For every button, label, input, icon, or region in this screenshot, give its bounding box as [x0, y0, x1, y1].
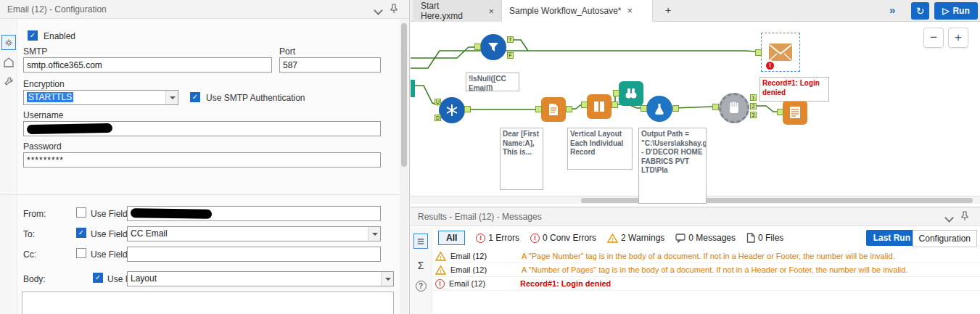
filter-annotation[interactable]: !IsNull([CC Email]) — [466, 73, 519, 91]
message-row[interactable]: ! Email (12) A "Page Number" tag is in t… — [432, 249, 980, 263]
warning-icon: ! — [435, 265, 446, 275]
block-until-done-tool[interactable] — [719, 93, 749, 123]
tab-sample-workflow[interactable]: Sample Workflow_Autosave* × — [502, 0, 653, 22]
filter-warnings[interactable]: ! 2 Warnings — [607, 233, 664, 243]
report-text-annotation[interactable]: Dear [First Name:A], This is... — [500, 128, 543, 190]
to-field-select[interactable]: CC Email — [127, 226, 381, 241]
sigma-icon[interactable]: Σ — [413, 258, 428, 273]
browse-input-anchor[interactable] — [613, 90, 619, 96]
body-field-select[interactable]: Layout — [127, 271, 394, 286]
messages-view-icon[interactable] — [413, 234, 428, 249]
chevron-down-icon[interactable] — [368, 227, 380, 241]
warning-icon: ! — [435, 252, 446, 261]
enabled-checkbox[interactable]: ✓ — [28, 30, 38, 41]
message-tool-name: Email (12) — [450, 252, 517, 260]
config-scrollbar-thumb[interactable] — [401, 23, 407, 167]
report-text-tool[interactable] — [541, 97, 566, 122]
tab-start-here[interactable]: Start Here.yxmd × — [413, 0, 502, 22]
filter-files[interactable]: 0 Files — [746, 233, 783, 243]
help-icon[interactable]: ? — [413, 278, 428, 293]
cc-use-field-checkbox[interactable] — [76, 248, 86, 258]
wrench-icon[interactable] — [1, 74, 16, 88]
filter-input-anchor[interactable] — [474, 44, 481, 50]
password-input[interactable] — [23, 152, 381, 168]
block-output-anchor-1[interactable]: 1 — [750, 94, 757, 101]
config-scrollbar[interactable] — [400, 19, 408, 314]
filter-tool[interactable] — [480, 34, 506, 60]
last-run-tab[interactable]: Last Run — [866, 230, 918, 246]
close-icon[interactable]: × — [627, 5, 633, 16]
tab-overflow-button[interactable]: » — [889, 4, 895, 16]
email-error-annotation[interactable]: Record#1: Login denied — [759, 77, 829, 102]
render-output-anchor[interactable] — [672, 105, 679, 112]
partial-tool[interactable] — [411, 80, 415, 97]
union-tool[interactable] — [439, 97, 465, 123]
filter-false-anchor[interactable]: F — [507, 52, 514, 59]
to-label: To: — [23, 229, 35, 239]
message-icon — [675, 234, 685, 243]
render-tool[interactable] — [646, 96, 672, 122]
body-editor[interactable] — [22, 292, 394, 314]
union-input-anchor-d[interactable]: D — [435, 115, 441, 121]
browse-tool[interactable] — [619, 81, 643, 106]
message-tool-name: Email (12) — [450, 265, 517, 274]
filter-conv-errors[interactable]: ! 0 Conv Errors — [530, 233, 596, 243]
report-text-output-anchor[interactable] — [566, 106, 572, 112]
from-input[interactable] — [127, 206, 381, 221]
layout-input-anchor[interactable] — [581, 102, 588, 108]
configuration-tab[interactable]: Configuration — [913, 230, 977, 247]
new-tab-button[interactable]: + — [661, 4, 675, 17]
filter-all[interactable]: All — [438, 231, 465, 245]
collapse-chevron-icon[interactable] — [946, 215, 952, 221]
message-row[interactable]: ! Email (12) Record#1: Login denied — [432, 277, 980, 291]
layout-annotation[interactable]: Vertical Layout Each Individual Record — [567, 128, 633, 170]
body-use-field-checkbox[interactable]: ✓ — [93, 273, 103, 283]
layout-output-anchor[interactable] — [612, 102, 618, 108]
password-label: Password — [23, 141, 62, 152]
render-annotation[interactable]: Output Path = "C:\Users\akshay.gupta\One… — [638, 128, 707, 204]
port-input[interactable] — [279, 57, 381, 73]
to-use-field-label: Use Field — [91, 229, 128, 239]
to-use-field-checkbox[interactable]: ✓ — [76, 228, 86, 238]
collapse-chevron-icon[interactable] — [375, 7, 382, 14]
encryption-select[interactable]: STARTTLS — [23, 90, 178, 105]
cc-input[interactable] — [127, 247, 381, 262]
close-icon[interactable]: × — [488, 6, 494, 17]
block-output-anchor-2[interactable]: 2 — [750, 103, 757, 110]
refresh-button[interactable]: ↻ — [911, 2, 929, 20]
workflow-canvas[interactable]: T F !IsNull([CC Email]) U D Dear [First … — [411, 22, 980, 207]
report-text-input-anchor[interactable] — [535, 106, 542, 112]
redacted-username — [27, 123, 112, 134]
email-tool[interactable]: ! — [761, 33, 800, 72]
snowflake-icon — [445, 103, 459, 117]
email-input-anchor[interactable] — [755, 49, 762, 56]
report-output-tool[interactable] — [783, 100, 807, 125]
gear-icon[interactable] — [1, 35, 16, 50]
smtp-auth-checkbox[interactable]: ✓ — [190, 92, 200, 102]
chevron-down-icon[interactable] — [165, 91, 178, 104]
filter-errors[interactable]: ! 1 Errors — [476, 233, 519, 243]
configuration-panel-title: Email (12) - Configuration — [7, 4, 107, 15]
filter-true-anchor[interactable]: T — [507, 36, 514, 43]
run-button[interactable]: ▷ Run — [934, 2, 978, 20]
smtp-input[interactable] — [23, 57, 272, 73]
filter-messages[interactable]: 0 Messages — [675, 233, 736, 243]
render-input-anchor[interactable] — [641, 105, 647, 112]
union-output-anchor[interactable] — [464, 106, 471, 112]
union-input-anchor-u[interactable]: U — [435, 99, 441, 105]
block-input-anchor[interactable] — [712, 104, 719, 110]
chevron-down-icon[interactable] — [381, 272, 393, 286]
binoculars-icon — [623, 86, 639, 102]
from-use-field-checkbox[interactable] — [76, 207, 86, 218]
zoom-out-button[interactable]: − — [923, 28, 944, 48]
pin-icon[interactable] — [389, 4, 400, 15]
report-output-input-anchor[interactable] — [777, 109, 783, 115]
annotation-icon[interactable] — [1, 55, 16, 70]
layout-tool[interactable] — [587, 94, 612, 119]
message-row[interactable]: ! Email (12) A "Number of Pages" tag is … — [432, 263, 980, 277]
username-input[interactable] — [23, 121, 381, 136]
pin-icon[interactable] — [960, 211, 971, 223]
block-output-anchor-3[interactable]: 3 — [750, 112, 757, 118]
username-label: Username — [23, 110, 63, 120]
zoom-in-button[interactable]: + — [948, 28, 968, 48]
